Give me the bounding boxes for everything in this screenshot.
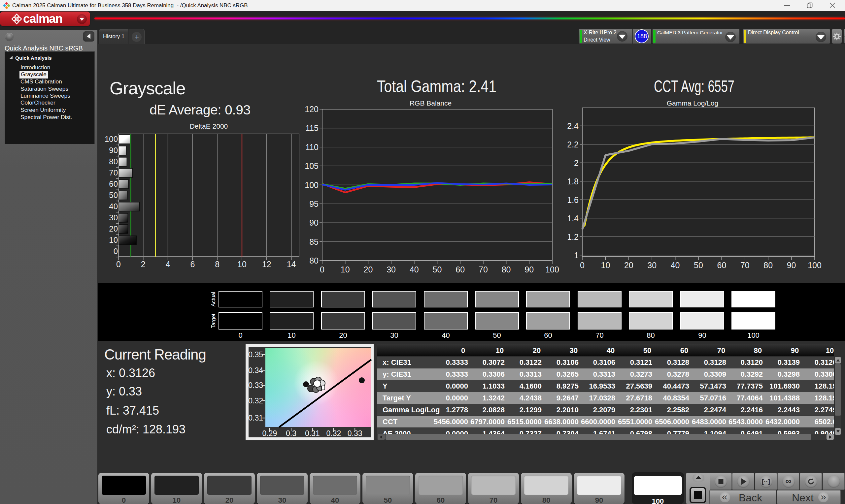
svg-text:30: 30 [647, 260, 656, 270]
svg-text:40: 40 [410, 265, 419, 274]
svg-text:80: 80 [763, 260, 773, 270]
svg-text:1: 1 [574, 251, 579, 260]
svg-text:40: 40 [671, 260, 680, 270]
svg-text:0: 0 [116, 259, 121, 269]
svg-text:80: 80 [309, 256, 318, 265]
svg-text:60: 60 [456, 265, 465, 274]
svg-text:90: 90 [309, 218, 318, 227]
svg-text:90: 90 [109, 146, 118, 155]
svg-text:120: 120 [305, 105, 318, 114]
svg-text:20: 20 [364, 265, 373, 274]
svg-text:4: 4 [166, 259, 170, 269]
svg-text:90: 90 [787, 260, 796, 270]
svg-text:calman: calman [23, 14, 63, 24]
svg-text:12: 12 [262, 259, 271, 269]
svg-text:10: 10 [109, 235, 118, 245]
svg-text:40: 40 [109, 202, 118, 211]
svg-text:20: 20 [624, 260, 633, 270]
svg-text:70: 70 [740, 260, 750, 270]
svg-text:0.35: 0.35 [248, 350, 263, 359]
svg-text:0: 0 [320, 265, 324, 274]
svg-text:105: 105 [305, 161, 318, 170]
svg-text:110: 110 [305, 143, 318, 152]
svg-text:0: 0 [113, 247, 118, 256]
svg-text:20: 20 [109, 224, 118, 233]
svg-text:70: 70 [109, 168, 118, 177]
svg-text:100: 100 [545, 265, 559, 274]
svg-text:8: 8 [215, 259, 219, 269]
svg-text:80: 80 [109, 157, 118, 166]
svg-text:10: 10 [601, 260, 610, 270]
svg-text:0.32: 0.32 [248, 396, 263, 405]
svg-text:70: 70 [479, 265, 488, 274]
svg-text:60: 60 [109, 179, 118, 188]
svg-text:0.33: 0.33 [248, 381, 263, 390]
svg-text:30: 30 [109, 213, 118, 222]
svg-text:1.4: 1.4 [567, 214, 579, 223]
svg-text:2: 2 [141, 259, 145, 269]
svg-text:115: 115 [305, 123, 318, 132]
svg-text:0.31: 0.31 [248, 414, 263, 422]
svg-text:50: 50 [109, 191, 118, 200]
svg-text:1.8: 1.8 [567, 177, 579, 186]
svg-text:80: 80 [502, 265, 511, 274]
svg-text:95: 95 [309, 199, 318, 209]
svg-text:2: 2 [574, 158, 579, 167]
svg-text:100: 100 [105, 134, 118, 143]
svg-text:0: 0 [580, 260, 584, 270]
svg-text:50: 50 [694, 260, 703, 270]
svg-text:6: 6 [190, 259, 195, 269]
svg-text:50: 50 [433, 265, 442, 274]
svg-text:10: 10 [341, 265, 350, 274]
svg-text:10: 10 [237, 259, 247, 269]
svg-text:2.4: 2.4 [567, 121, 579, 131]
svg-text:2.2: 2.2 [567, 140, 579, 149]
svg-text:90: 90 [525, 265, 534, 274]
svg-text:1.2: 1.2 [567, 232, 579, 241]
svg-text:30: 30 [387, 265, 396, 274]
svg-text:100: 100 [808, 260, 822, 270]
svg-text:1.6: 1.6 [567, 195, 579, 204]
svg-text:100: 100 [305, 180, 318, 190]
svg-text:85: 85 [309, 237, 318, 246]
svg-text:60: 60 [717, 260, 726, 270]
svg-text:0.34: 0.34 [248, 366, 263, 375]
